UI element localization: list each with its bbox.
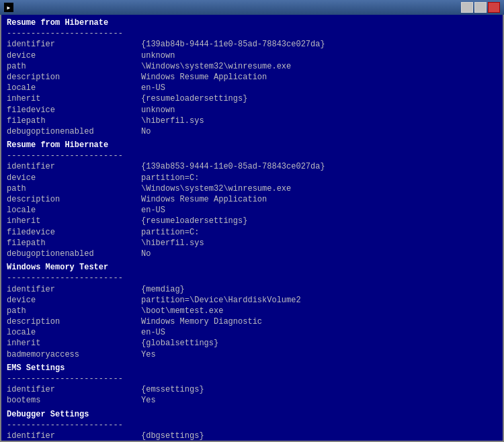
row-value: Yes <box>141 350 156 359</box>
row-value: \hiberfil.sys <box>141 238 204 248</box>
row-key: debugoptionenabled <box>7 126 141 137</box>
row-key: description <box>7 316 141 327</box>
row-value: Yes <box>141 396 156 405</box>
row-key: identifier <box>7 39 141 50</box>
row-key: inherit <box>7 93 141 104</box>
row-value: No <box>141 127 151 136</box>
table-row: path\Windows\system32\winresume.exe <box>7 183 497 194</box>
row-key: path <box>7 306 141 316</box>
row-value: unknown <box>141 51 175 60</box>
table-row: identifier{memdiag} <box>7 284 497 295</box>
section-divider-windows-memory-tester: ------------------------ <box>7 273 497 283</box>
section-title-resume-hibernate-2: Resume from Hibernate <box>7 140 497 150</box>
row-key: device <box>7 173 141 183</box>
row-value: {139ab853-9444-11e0-85ad-78843ce027da} <box>141 162 325 171</box>
row-value: partition=\Device\HarddiskVolume2 <box>141 296 301 305</box>
row-value: \Windows\system32\winresume.exe <box>141 62 291 71</box>
title-bar <box>0 0 504 15</box>
row-key: inherit <box>7 216 141 226</box>
row-value: unknown <box>141 105 175 115</box>
row-value: {emssettings} <box>141 385 204 394</box>
table-row: filedevicepartition=C: <box>7 227 497 238</box>
table-row: inherit{resumeloadersettings} <box>7 93 497 104</box>
terminal-content[interactable]: Resume from Hibernate-------------------… <box>1 15 503 441</box>
row-value: No <box>141 249 151 259</box>
row-value: {resumeloadersettings} <box>141 94 247 103</box>
table-row: path\Windows\system32\winresume.exe <box>7 61 497 72</box>
table-row: descriptionWindows Memory Diagnostic <box>7 316 497 327</box>
row-key: identifier <box>7 161 141 172</box>
row-value: Windows Resume Application <box>141 73 267 82</box>
window-controls <box>461 2 500 13</box>
table-row: bootemsYes <box>7 395 497 406</box>
table-row: debugoptionenabledNo <box>7 249 497 259</box>
row-value: {globalsettings} <box>141 339 218 348</box>
minimize-button[interactable] <box>461 2 473 13</box>
row-key: device <box>7 295 141 306</box>
row-key: badmemoryaccess <box>7 349 141 360</box>
row-value: partition=C: <box>141 173 199 183</box>
row-value: en-US <box>141 83 165 93</box>
row-key: inherit <box>7 338 141 349</box>
maximize-button[interactable] <box>474 2 487 13</box>
section-divider-ems-settings: ------------------------ <box>7 373 497 384</box>
row-key: locale <box>7 83 141 93</box>
row-value: en-US <box>141 328 165 337</box>
row-value: {memdiag} <box>141 285 185 294</box>
row-key: identifier <box>7 284 141 295</box>
row-value: partition=C: <box>141 228 199 237</box>
section-title-debugger-settings: Debugger Settings <box>7 409 497 420</box>
row-key: debugoptionenabled <box>7 249 141 259</box>
table-row: identifier{139ab84b-9444-11e0-85ad-78843… <box>7 39 497 50</box>
row-key: identifier <box>7 431 141 441</box>
row-key: path <box>7 183 141 194</box>
table-row: inherit{resumeloadersettings} <box>7 216 497 226</box>
close-button[interactable] <box>488 2 500 13</box>
row-value: \hiberfil.sys <box>141 116 204 126</box>
section-title-windows-memory-tester: Windows Memory Tester <box>7 262 497 273</box>
row-key: path <box>7 61 141 72</box>
row-key: bootems <box>7 395 141 406</box>
row-value: {139ab84b-9444-11e0-85ad-78843ce027da} <box>141 40 325 49</box>
row-key: device <box>7 50 141 61</box>
row-key: description <box>7 72 141 83</box>
section-title-resume-hibernate-1: Resume from Hibernate <box>7 17 497 28</box>
title-bar-left <box>4 3 17 12</box>
row-key: filedevice <box>7 227 141 238</box>
cmd-icon <box>4 3 13 12</box>
row-value: \Windows\system32\winresume.exe <box>141 184 291 193</box>
section-divider-resume-hibernate-1: ------------------------ <box>7 28 497 39</box>
row-key: identifier <box>7 384 141 395</box>
table-row: identifier{dbgsettings} <box>7 431 497 441</box>
table-row: filepath\hiberfil.sys <box>7 238 497 249</box>
row-value: {resumeloadersettings} <box>141 216 247 226</box>
row-key: locale <box>7 327 141 338</box>
row-key: filepath <box>7 116 141 126</box>
table-row: descriptionWindows Resume Application <box>7 72 497 83</box>
section-divider-resume-hibernate-2: ------------------------ <box>7 150 497 161</box>
table-row: localeen-US <box>7 205 497 216</box>
table-row: identifier{emssettings} <box>7 384 497 395</box>
row-value: Windows Resume Application <box>141 195 267 204</box>
table-row: identifier{139ab853-9444-11e0-85ad-78843… <box>7 161 497 172</box>
row-key: description <box>7 194 141 205</box>
section-divider-debugger-settings: ------------------------ <box>7 420 497 431</box>
row-value: \boot\memtest.exe <box>141 306 223 316</box>
section-title-ems-settings: EMS Settings <box>7 363 497 373</box>
table-row: filedeviceunknown <box>7 105 497 116</box>
row-key: locale <box>7 205 141 216</box>
row-value: Windows Memory Diagnostic <box>141 317 262 326</box>
row-value: en-US <box>141 206 165 215</box>
table-row: descriptionWindows Resume Application <box>7 194 497 205</box>
table-row: inherit{globalsettings} <box>7 338 497 349</box>
table-row: localeen-US <box>7 327 497 338</box>
table-row: path\boot\memtest.exe <box>7 306 497 316</box>
row-key: filepath <box>7 238 141 249</box>
table-row: localeen-US <box>7 83 497 93</box>
terminal-wrapper: Resume from Hibernate-------------------… <box>0 15 504 442</box>
row-key: filedevice <box>7 105 141 116</box>
table-row: badmemoryaccessYes <box>7 349 497 360</box>
row-value: {dbgsettings} <box>141 431 204 441</box>
table-row: devicepartition=C: <box>7 173 497 183</box>
table-row: devicepartition=\Device\HarddiskVolume2 <box>7 295 497 306</box>
